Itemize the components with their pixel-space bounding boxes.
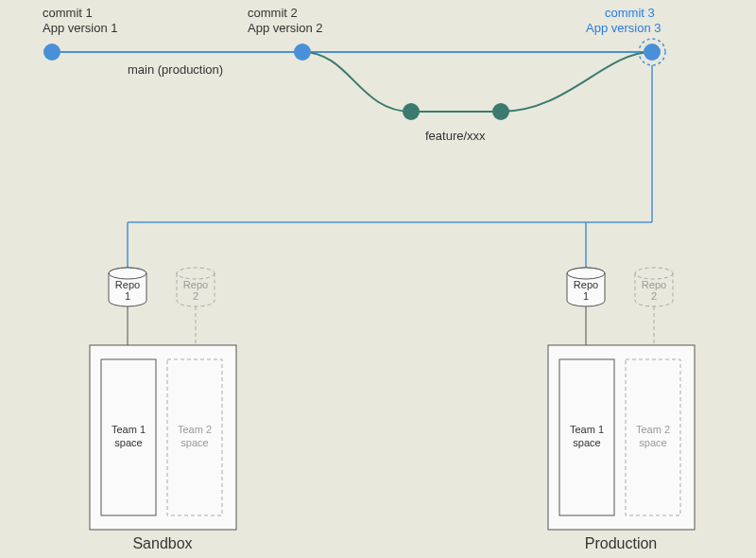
sandbox-repo-1: Repo 1 — [109, 268, 146, 306]
svg-point-4 — [567, 268, 605, 279]
sandbox-env-label: Sandbox — [132, 535, 192, 551]
sandbox-team1-label-l1: Team 1 — [112, 424, 146, 435]
commit-2-node — [294, 44, 311, 61]
commit-1-node — [43, 44, 60, 61]
prod-env-label: Production — [585, 535, 658, 551]
production-environment: Repo 1 Repo 2 Team 1 space Team 2 space … — [548, 268, 695, 551]
prod-repo-1-label-l2: 1 — [583, 290, 589, 302]
diagram-canvas: commit 1 App version 1 commit 2 App vers… — [0, 0, 756, 558]
prod-repo-2-label-l1: Repo — [642, 279, 666, 290]
sandbox-team1-label-l2: space — [114, 437, 142, 448]
svg-point-5 — [635, 268, 673, 279]
commit-1-label-line2: App version 1 — [43, 21, 118, 35]
svg-point-2 — [177, 268, 215, 279]
commit-2-label-line2: App version 2 — [248, 21, 323, 35]
sandbox-repo-1-label-l2: 1 — [125, 290, 130, 302]
sandbox-repo-1-label-l1: Repo — [115, 279, 140, 290]
commit-1-label-line1: commit 1 — [43, 6, 93, 20]
prod-repo-2: Repo 2 — [635, 268, 673, 306]
sandbox-environment: Repo 1 Repo 2 Team 1 space Team 2 space … — [90, 268, 236, 551]
prod-team1-label-l2: space — [573, 437, 600, 448]
commit-3-node — [644, 44, 661, 61]
feature-branch-merge — [501, 52, 652, 112]
sandbox-team2-label-l2: space — [180, 437, 208, 448]
commit-3-label-line1: commit 3 — [605, 6, 655, 20]
sandbox-repo-2: Repo 2 — [177, 268, 215, 306]
prod-team1-label-l1: Team 1 — [570, 424, 604, 435]
prod-team2-label-l2: space — [639, 437, 666, 448]
prod-repo-2-label-l2: 2 — [651, 290, 657, 302]
sandbox-repo-2-label-l1: Repo — [183, 279, 208, 290]
feature-branch-diverge — [302, 52, 411, 112]
feature-branch-label: feature/xxx — [425, 129, 486, 143]
main-branch-label: main (production) — [128, 62, 223, 77]
commit-3-label-line2: App version 3 — [586, 21, 662, 35]
sandbox-repo-2-label-l2: 2 — [193, 290, 198, 302]
svg-point-1 — [109, 268, 146, 279]
prod-repo-1-label-l1: Repo — [574, 279, 598, 290]
commit-2-label-line1: commit 2 — [248, 6, 298, 20]
prod-team2-label-l1: Team 2 — [636, 424, 670, 435]
sandbox-team2-label-l1: Team 2 — [178, 424, 212, 435]
feature-node-b — [492, 103, 509, 120]
feature-node-a — [403, 103, 420, 120]
prod-repo-1: Repo 1 — [567, 268, 605, 306]
